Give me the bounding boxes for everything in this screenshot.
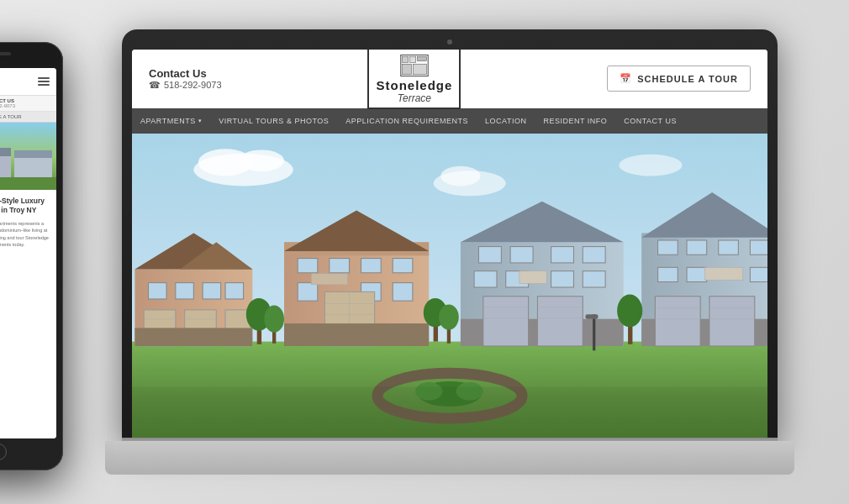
svg-rect-50 <box>284 323 429 346</box>
hamburger-line-1 <box>38 77 50 79</box>
mobile-schedule-bar[interactable]: SCHEDULE A TOUR <box>0 112 56 123</box>
mobile-speaker <box>0 52 11 55</box>
hero-image <box>132 134 767 441</box>
svg-rect-65 <box>537 297 583 346</box>
svg-rect-75 <box>750 240 767 255</box>
svg-point-96 <box>617 295 642 328</box>
svg-rect-38 <box>298 259 318 273</box>
nav-virtual-label: VIRTUAL TOURS & PHOTOS <box>219 117 329 125</box>
laptop-device: Contact Us ☎ 518-292-9073 <box>122 29 778 475</box>
svg-rect-99 <box>132 386 767 441</box>
svg-rect-21 <box>149 283 167 299</box>
svg-rect-3 <box>417 56 426 60</box>
svg-rect-76 <box>658 267 678 281</box>
svg-rect-81 <box>655 297 700 346</box>
svg-rect-62 <box>519 271 546 284</box>
svg-rect-2 <box>409 56 415 62</box>
svg-rect-72 <box>658 240 678 255</box>
hamburger-line-3 <box>38 84 50 86</box>
svg-point-12 <box>619 155 682 176</box>
calendar-icon: 📅 <box>620 73 632 84</box>
mobile-device: Stoneledge Terrace CONTACT US (518) 292-… <box>0 42 63 470</box>
svg-rect-77 <box>687 267 707 281</box>
site-header: Contact Us ☎ 518-292-9073 <box>132 50 767 108</box>
logo-graphic <box>399 53 430 78</box>
svg-rect-55 <box>510 247 533 263</box>
svg-point-94 <box>439 304 459 329</box>
svg-rect-5 <box>413 64 426 75</box>
mobile-schedule-label: SCHEDULE A TOUR <box>0 114 22 119</box>
nav-item-virtual-tours[interactable]: VIRTUAL TOURS & PHOTOS <box>210 108 337 134</box>
svg-rect-39 <box>330 259 350 273</box>
phone-icon: ☎ <box>149 80 161 91</box>
svg-rect-56 <box>551 247 574 263</box>
hero-scene-svg <box>132 134 767 441</box>
svg-rect-40 <box>361 259 382 273</box>
nav-application-label: APPLICATION REQUIREMENTS <box>345 117 468 125</box>
svg-rect-51 <box>311 274 347 285</box>
svg-rect-41 <box>393 259 413 273</box>
schedule-tour-button[interactable]: 📅 SCHEDULE A TOUR <box>607 66 751 92</box>
nav-item-resident-info[interactable]: RESIDENT INFO <box>535 108 615 134</box>
nav-location-label: LOCATION <box>485 117 526 125</box>
laptop-camera <box>447 39 452 45</box>
mobile-building-right <box>14 150 52 177</box>
mobile-ground <box>0 177 56 190</box>
svg-rect-78 <box>750 267 767 281</box>
hamburger-menu[interactable] <box>36 76 51 87</box>
svg-rect-1 <box>402 56 408 62</box>
schedule-label: SCHEDULE A TOUR <box>637 74 738 84</box>
laptop-frame: Contact Us ☎ 518-292-9073 <box>122 29 778 441</box>
nav-resident-label: RESIDENT INFO <box>543 117 607 125</box>
mobile-home-button[interactable] <box>0 444 7 460</box>
mobile-frame: Stoneledge Terrace CONTACT US (518) 292-… <box>0 42 63 470</box>
svg-rect-4 <box>402 64 411 75</box>
svg-rect-58 <box>474 271 497 287</box>
mobile-hero-image <box>0 123 56 190</box>
nav-contact-label: CONTACT US <box>624 117 677 125</box>
svg-rect-64 <box>483 297 529 346</box>
nav-item-apartments[interactable]: APARTMENTS ▾ <box>132 108 210 134</box>
mobile-headline: Condominium-Style Luxury Apartments in T… <box>0 197 50 215</box>
svg-point-11 <box>440 166 480 186</box>
logo-box: Stoneledge Terrace <box>367 50 461 109</box>
laptop-screen: Contact Us ☎ 518-292-9073 <box>132 50 767 441</box>
svg-rect-44 <box>393 283 413 302</box>
nav-item-location[interactable]: LOCATION <box>477 108 535 134</box>
svg-rect-74 <box>719 240 739 255</box>
svg-rect-79 <box>705 267 743 280</box>
mobile-content: Condominium-Style Luxury Apartments in T… <box>0 190 56 438</box>
svg-point-9 <box>239 150 284 171</box>
svg-point-90 <box>264 306 284 333</box>
mobile-header: Stoneledge Terrace <box>0 68 56 96</box>
header-contact: Contact Us ☎ 518-292-9073 <box>149 67 222 91</box>
mobile-buildings <box>0 139 56 190</box>
site-logo: Stoneledge Terrace <box>367 50 461 109</box>
mobile-contact-bar: CONTACT US (518) 292-9073 <box>0 96 56 112</box>
mobile-phone: (518) 292-9073 <box>0 103 51 108</box>
svg-rect-23 <box>203 283 221 299</box>
svg-rect-22 <box>176 283 194 299</box>
logo-text-stoneledge: Stoneledge <box>376 78 452 92</box>
svg-rect-82 <box>709 297 755 346</box>
svg-rect-98 <box>585 314 598 318</box>
nav-apartments-label: APARTMENTS <box>140 117 196 125</box>
phone-text: 518-292-9073 <box>164 80 222 90</box>
svg-rect-34 <box>134 328 252 346</box>
laptop-base <box>105 441 794 475</box>
svg-rect-42 <box>298 283 318 302</box>
phone-number: ☎ 518-292-9073 <box>149 80 222 91</box>
nav-bar: APARTMENTS ▾ VIRTUAL TOURS & PHOTOS APPL… <box>132 108 767 134</box>
logo-text-terrace: Terrace <box>398 92 431 104</box>
svg-rect-61 <box>583 271 605 287</box>
nav-item-contact[interactable]: CONTACT US <box>615 108 685 134</box>
svg-rect-57 <box>583 247 605 263</box>
svg-rect-73 <box>687 240 707 255</box>
mobile-body: Stoneledge Terrace Apartments represents… <box>0 220 50 248</box>
svg-rect-54 <box>478 247 501 263</box>
nav-apartments-arrow: ▾ <box>198 118 203 124</box>
svg-rect-97 <box>593 314 595 350</box>
mobile-building-center <box>0 148 11 177</box>
nav-item-application[interactable]: APPLICATION REQUIREMENTS <box>337 108 477 134</box>
contact-title: Contact Us <box>149 67 222 80</box>
